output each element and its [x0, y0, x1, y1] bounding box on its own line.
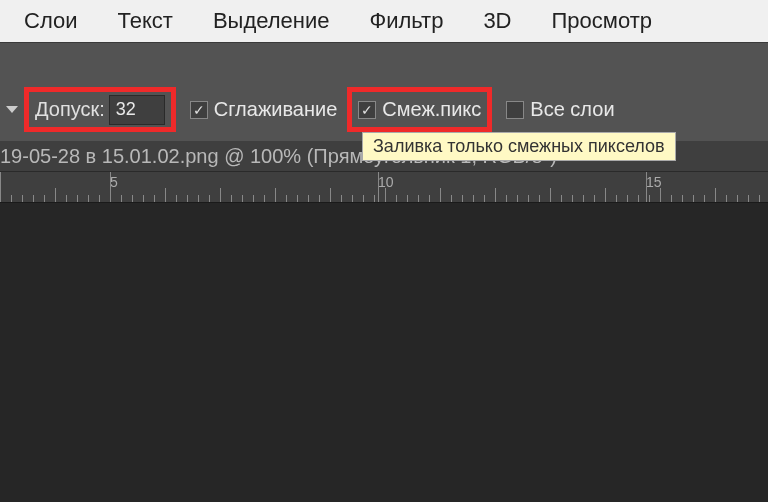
tolerance-highlight: Допуск: [24, 87, 176, 132]
tool-options-bar: Допуск: Сглаживание Смеж.пикс Все слои З… [0, 82, 768, 137]
contiguous-label: Смеж.пикс [382, 98, 481, 121]
toolbar-spacer [0, 42, 768, 82]
menu-3d[interactable]: 3D [463, 8, 531, 34]
menu-view[interactable]: Просмотр [532, 8, 672, 34]
tolerance-input[interactable] [109, 95, 165, 125]
antialias-label: Сглаживание [214, 98, 338, 121]
menu-filter[interactable]: Фильтр [349, 8, 463, 34]
menu-selection[interactable]: Выделение [193, 8, 350, 34]
ruler-mark: 5 [110, 174, 118, 190]
main-menubar: Слои Текст Выделение Фильтр 3D Просмотр [0, 0, 768, 42]
menu-text[interactable]: Текст [98, 8, 193, 34]
tolerance-label: Допуск: [35, 98, 105, 121]
contiguous-checkbox[interactable] [358, 101, 376, 119]
contiguous-tooltip: Заливка только смежных пикселов [362, 132, 676, 161]
contiguous-checkbox-wrap[interactable]: Смеж.пикс [358, 98, 481, 121]
all-layers-checkbox[interactable] [506, 101, 524, 119]
antialias-checkbox-wrap[interactable]: Сглаживание [190, 98, 338, 121]
menu-layers[interactable]: Слои [4, 8, 98, 34]
all-layers-label: Все слои [530, 98, 614, 121]
canvas-area[interactable] [0, 203, 768, 502]
horizontal-ruler[interactable]: 5 10 15 [0, 171, 768, 203]
all-layers-checkbox-wrap[interactable]: Все слои [506, 98, 614, 121]
chevron-down-icon[interactable] [6, 106, 18, 113]
antialias-checkbox[interactable] [190, 101, 208, 119]
contiguous-highlight: Смеж.пикс [347, 87, 492, 132]
